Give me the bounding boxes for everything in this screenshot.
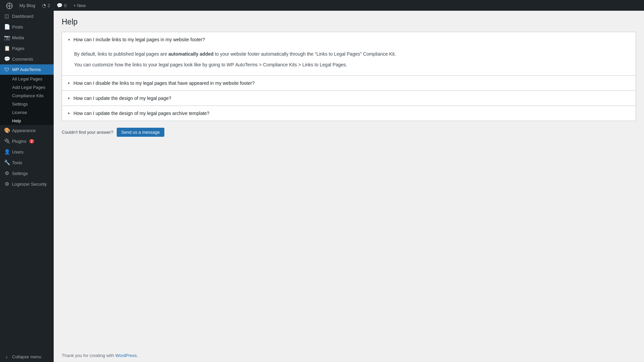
faq-arrow-2: ►: [67, 81, 71, 85]
faq-list: ▼ How can I include links to my legal pa…: [62, 32, 636, 121]
sidebar-item-media[interactable]: 📷 Media: [0, 32, 54, 43]
collapse-icon: ‹: [4, 354, 9, 360]
cant-find-section: Couldn't find your answer? Send us a mes…: [62, 128, 636, 137]
submenu-item-help[interactable]: Help: [0, 117, 54, 125]
updates-button[interactable]: ◔ 2: [39, 0, 53, 11]
page-title: Help: [62, 17, 636, 26]
sidebar-item-settings[interactable]: ⚙ Settings: [0, 168, 54, 179]
answer-text-1a: By default, links to published legal pag…: [74, 51, 168, 57]
faq-question-2: How can I disable the links to my legal …: [73, 80, 255, 86]
comments-count: 0: [64, 3, 66, 8]
collapse-menu-button[interactable]: ‹ Collapse menu: [0, 352, 54, 362]
footer-text: Thank you for creating with: [62, 353, 115, 358]
faq-question-4: How can I update the design of my legal …: [73, 111, 209, 116]
wp-logo-icon: ⨁: [6, 1, 13, 9]
faq-question-3: How can I update the design of my legal …: [73, 96, 171, 101]
comments-nav-icon: 💬: [4, 56, 9, 62]
sidebar-item-label: Comments: [12, 57, 33, 62]
posts-icon: 📄: [4, 24, 9, 30]
sidebar-item-comments[interactable]: 💬 Comments: [0, 54, 54, 64]
media-icon: 📷: [4, 35, 9, 41]
comments-icon: 💬: [57, 3, 62, 8]
submenu-item-compliance-kits[interactable]: Compliance Kits: [0, 92, 54, 100]
faq-item-2: ► How can I disable the links to my lega…: [62, 76, 636, 91]
sidebar-item-label: Dashboard: [12, 14, 34, 19]
faq-item-4: ► How can I update the design of my lega…: [62, 106, 636, 121]
sidebar-item-plugins[interactable]: 🔌 Plugins 2: [0, 136, 54, 146]
sidebar-item-label: Pages: [12, 46, 24, 51]
sidebar-item-label: Users: [12, 149, 23, 155]
faq-answer-p2: You can customize how the links to your …: [74, 61, 630, 68]
faq-item-3: ► How can I update the design of my lega…: [62, 91, 636, 106]
sidebar-item-label: Tools: [12, 160, 22, 165]
sidebar: ◫ Dashboard 📄 Posts 📷 Media 📋 Pages 💬 Co…: [0, 11, 54, 362]
appearance-icon: 🎨: [4, 127, 9, 133]
collapse-label: Collapse menu: [12, 354, 41, 359]
submenu-item-license[interactable]: License: [0, 108, 54, 117]
site-name-label: My Blog: [19, 3, 35, 8]
faq-body-1: By default, links to published legal pag…: [62, 47, 636, 75]
faq-question-1: How can I include links to my legal page…: [73, 37, 205, 42]
dashboard-icon: ◫: [4, 13, 9, 19]
sidebar-item-label: WP AutoTerms: [12, 67, 41, 72]
main-content: Help ▼ How can I include links to my leg…: [54, 11, 644, 349]
faq-header-4[interactable]: ► How can I update the design of my lega…: [62, 106, 636, 121]
answer-text-1b: automatically added: [168, 51, 214, 57]
sidebar-item-label: Settings: [12, 171, 28, 176]
faq-header-1[interactable]: ▼ How can I include links to my legal pa…: [62, 32, 636, 47]
settings-icon: ⚙: [4, 170, 9, 176]
wp-logo-button[interactable]: ⨁: [3, 0, 16, 11]
new-label: + New: [73, 3, 86, 8]
footer: Thank you for creating with WordPress.: [54, 349, 644, 362]
pages-icon: 📋: [4, 45, 9, 51]
admin-bar: ⨁ My Blog ◔ 2 💬 0 + New: [0, 0, 644, 11]
sidebar-item-wp-autoterms[interactable]: 🛡 WP AutoTerms: [0, 64, 54, 75]
submenu-item-all-legal-pages[interactable]: All Legal Pages: [0, 75, 54, 83]
send-message-button[interactable]: Send us a message: [117, 128, 165, 137]
loginizer-icon: ⚙: [4, 181, 9, 187]
sidebar-item-label: Media: [12, 35, 24, 40]
updates-count: 2: [48, 3, 50, 8]
autoterms-submenu: All Legal Pages Add Legal Pages Complian…: [0, 75, 54, 125]
tools-icon: 🔧: [4, 160, 9, 166]
comments-button[interactable]: 💬 0: [53, 0, 70, 11]
autoterms-icon: 🛡: [4, 67, 9, 72]
sidebar-item-pages[interactable]: 📋 Pages: [0, 43, 54, 54]
sidebar-item-tools[interactable]: 🔧 Tools: [0, 157, 54, 168]
faq-header-2[interactable]: ► How can I disable the links to my lega…: [62, 76, 636, 90]
footer-suffix: .: [137, 353, 138, 358]
new-content-button[interactable]: + New: [70, 0, 89, 11]
updates-icon: ◔: [42, 3, 46, 8]
plugins-icon: 🔌: [4, 138, 9, 144]
sidebar-item-label: Loginizer Security: [12, 182, 47, 187]
answer-text-1c: to your website footer automatically thr…: [214, 51, 396, 57]
users-icon: 👤: [4, 149, 9, 155]
faq-item-1: ▼ How can I include links to my legal pa…: [62, 32, 636, 76]
site-name-button[interactable]: My Blog: [16, 0, 39, 11]
faq-arrow-4: ►: [67, 111, 71, 115]
wordpress-link[interactable]: WordPress: [115, 353, 137, 358]
sidebar-item-appearance[interactable]: 🎨 Appearance: [0, 125, 54, 136]
plugins-badge: 2: [29, 139, 35, 143]
sidebar-item-loginizer[interactable]: ⚙ Loginizer Security: [0, 179, 54, 189]
submenu-item-add-legal-pages[interactable]: Add Legal Pages: [0, 83, 54, 92]
cant-find-text: Couldn't find your answer?: [62, 130, 113, 135]
faq-answer-p1: By default, links to published legal pag…: [74, 50, 630, 58]
sidebar-item-label: Plugins: [12, 139, 26, 144]
submenu-item-settings[interactable]: Settings: [0, 100, 54, 108]
faq-header-3[interactable]: ► How can I update the design of my lega…: [62, 91, 636, 106]
sidebar-item-users[interactable]: 👤 Users: [0, 146, 54, 157]
sidebar-item-label: Appearance: [12, 128, 36, 133]
sidebar-item-posts[interactable]: 📄 Posts: [0, 21, 54, 32]
faq-arrow-3: ►: [67, 96, 71, 100]
sidebar-item-dashboard[interactable]: ◫ Dashboard: [0, 11, 54, 21]
faq-arrow-1: ▼: [67, 38, 71, 42]
sidebar-item-label: Posts: [12, 24, 23, 29]
